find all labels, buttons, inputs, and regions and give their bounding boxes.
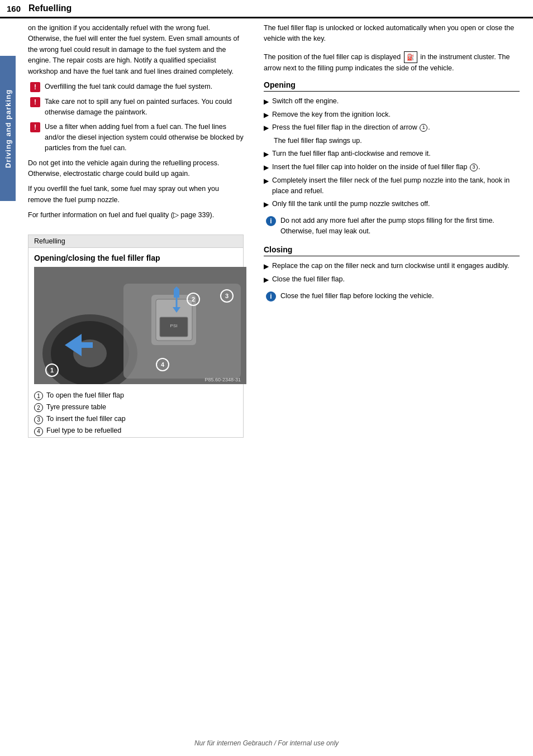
legend-item-2: 2 Tyre pressure table xyxy=(34,401,237,413)
body-para-1: Do not get into the vehicle again during… xyxy=(28,158,244,180)
svg-text:1: 1 xyxy=(50,367,54,374)
opening-bullet-text-7: Only fill the tank until the pump nozzle… xyxy=(272,199,430,209)
opening-heading: Opening xyxy=(264,80,520,92)
warning-3: ! Use a filter when adding fuel from a f… xyxy=(30,122,244,153)
sidebar-label: Driving and parking xyxy=(0,56,16,201)
page-header: 160 Refuelling xyxy=(0,0,533,18)
legend-num-2: 2 xyxy=(34,403,43,412)
opening-bullet-text-2: Remove the key from the ignition lock. xyxy=(272,109,391,120)
bullet-arrow-c1: ▶ xyxy=(264,261,269,272)
legend-item-3: 3 To insert the fuel filler cap xyxy=(34,413,237,425)
warning-text-2: Take care not to spill any fuel on paint… xyxy=(45,97,244,118)
opening-sub-text: The fuel filler flap swings up. xyxy=(264,136,520,146)
section-box-refuelling: Refuelling Opening/closing the fuel fill… xyxy=(28,235,244,438)
body-para-2: If you overfill the fuel tank, some fuel… xyxy=(28,184,244,205)
opening-bullet-3: ▶ Press the fuel filler flap in the dire… xyxy=(264,122,520,133)
legend-text-1: To open the fuel filler flap xyxy=(46,390,124,401)
warning-text-1: Overfilling the fuel tank could damage t… xyxy=(45,82,212,92)
opening-bullet-1: ▶ Switch off the engine. xyxy=(264,96,520,107)
opening-bullet-text-3: Press the fuel filler flap in the direct… xyxy=(272,122,430,133)
left-column: on the ignition if you accidentally refu… xyxy=(20,23,255,438)
fuel-filler-image: 1 2 3 4 PSI xyxy=(34,267,246,384)
bullet-arrow-c2: ▶ xyxy=(264,275,269,285)
opening-bullet-6: ▶ Completely insert the filler neck of t… xyxy=(264,175,520,197)
opening-bullet-text-6: Completely insert the filler neck of the… xyxy=(272,175,520,197)
legend-item-4: 4 Fuel type to be refuelled xyxy=(34,425,237,437)
bullet-arrow-5: ▶ xyxy=(264,162,269,173)
page-title: Refuelling xyxy=(28,3,72,13)
footer-text: Nur für internen Gebrauch / For internal… xyxy=(194,739,339,747)
legend-num-3: 3 xyxy=(34,415,43,424)
closing-heading: Closing xyxy=(264,245,520,256)
svg-text:P85.60-2348-31: P85.60-2348-31 xyxy=(204,377,241,382)
opening-bullet-list: ▶ Switch off the engine. ▶ Remove the ke… xyxy=(264,96,520,210)
warning-1: ! Overfilling the fuel tank could damage… xyxy=(30,82,244,92)
section-box-body: Opening/closing the fuel filler flap xyxy=(28,248,243,437)
info-icon-1: i xyxy=(266,216,276,226)
circle-ref-1: 1 xyxy=(420,124,427,132)
fuel-image-inner: 1 2 3 4 PSI xyxy=(34,267,246,384)
page-footer: Nur für internen Gebrauch / For internal… xyxy=(0,739,533,747)
warning-icon-2: ! xyxy=(30,97,40,107)
closing-bullet-text-2: Close the fuel filler flap. xyxy=(272,274,345,285)
opening-bullet-text-4: Turn the fuel filler flap anti-clockwise… xyxy=(272,149,431,159)
legend-num-4: 4 xyxy=(34,427,43,436)
body-para-3: For further information on fuel and fuel… xyxy=(28,210,244,221)
warning-2: ! Take care not to spill any fuel on pai… xyxy=(30,97,244,118)
closing-bullet-text-1: Replace the cap on the filler neck and t… xyxy=(272,261,509,271)
opening-bullet-5: ▶ Insert the fuel filler cap into holder… xyxy=(264,162,520,173)
svg-text:2: 2 xyxy=(192,296,195,303)
subsection-title: Opening/closing the fuel filler flap xyxy=(34,253,237,262)
svg-text:4: 4 xyxy=(161,361,165,368)
opening-sub-text-span: The fuel filler flap swings up. xyxy=(274,136,362,146)
circle-ref-3: 3 xyxy=(470,164,478,171)
closing-bullet-1: ▶ Replace the cap on the filler neck and… xyxy=(264,261,520,272)
opening-bullet-4: ▶ Turn the fuel filler flap anti-clockwi… xyxy=(264,149,520,160)
legend-list: 1 To open the fuel filler flap 2 Tyre pr… xyxy=(34,390,237,437)
closing-info-note: i Close the fuel filler flap before lock… xyxy=(266,291,520,302)
warning-text-3: Use a filter when adding fuel from a fue… xyxy=(45,122,244,153)
instrument-cluster-icon: ⛽ xyxy=(404,51,417,63)
bullet-arrow-2: ▶ xyxy=(264,110,269,121)
bullet-arrow-3: ▶ xyxy=(264,123,269,133)
svg-text:3: 3 xyxy=(225,293,229,299)
right-intro-1: The fuel filler flap is unlocked or lock… xyxy=(264,23,520,45)
warning-icon-1: ! xyxy=(30,82,40,92)
bullet-arrow-6: ▶ xyxy=(264,176,269,186)
page-number: 160 xyxy=(7,4,21,13)
right-intro-2: The position of the fuel filler cap is d… xyxy=(264,51,520,74)
main-content: on the ignition if you accidentally refu… xyxy=(0,18,533,438)
opening-info-note: i Do not add any more fuel after the pum… xyxy=(266,216,520,237)
intro-text-part1: The position of the fuel filler cap is d… xyxy=(264,53,403,61)
svg-text:PSI: PSI xyxy=(170,323,178,328)
opening-bullet-7: ▶ Only fill the tank until the pump nozz… xyxy=(264,199,520,210)
warning-icon-3: ! xyxy=(30,122,40,132)
opening-bullet-text-1: Switch off the engine. xyxy=(272,96,339,107)
closing-bullet-list: ▶ Replace the cap on the filler neck and… xyxy=(264,261,520,285)
info-icon-2: i xyxy=(266,291,276,302)
legend-text-4: Fuel type to be refuelled xyxy=(46,425,121,437)
fuel-image-svg: 1 2 3 4 PSI xyxy=(34,267,246,384)
legend-num-1: 1 xyxy=(34,391,43,400)
bullet-arrow-4: ▶ xyxy=(264,149,269,160)
bullet-arrow-1: ▶ xyxy=(264,97,269,107)
closing-info-text: Close the fuel filler flap before lockin… xyxy=(280,291,434,302)
legend-item-1: 1 To open the fuel filler flap xyxy=(34,390,237,401)
right-column: The fuel filler flap is unlocked or lock… xyxy=(255,23,529,438)
section-box-header: Refuelling xyxy=(28,235,243,248)
legend-text-3: To insert the fuel filler cap xyxy=(46,413,126,425)
closing-bullet-2: ▶ Close the fuel filler flap. xyxy=(264,274,520,285)
intro-text: on the ignition if you accidentally refu… xyxy=(28,23,244,77)
opening-bullet-2: ▶ Remove the key from the ignition lock. xyxy=(264,109,520,121)
opening-info-text: Do not add any more fuel after the pump … xyxy=(280,216,520,237)
bullet-arrow-7: ▶ xyxy=(264,199,269,210)
legend-text-2: Tyre pressure table xyxy=(46,401,106,413)
opening-bullet-text-5: Insert the fuel filler cap into holder o… xyxy=(272,162,480,173)
